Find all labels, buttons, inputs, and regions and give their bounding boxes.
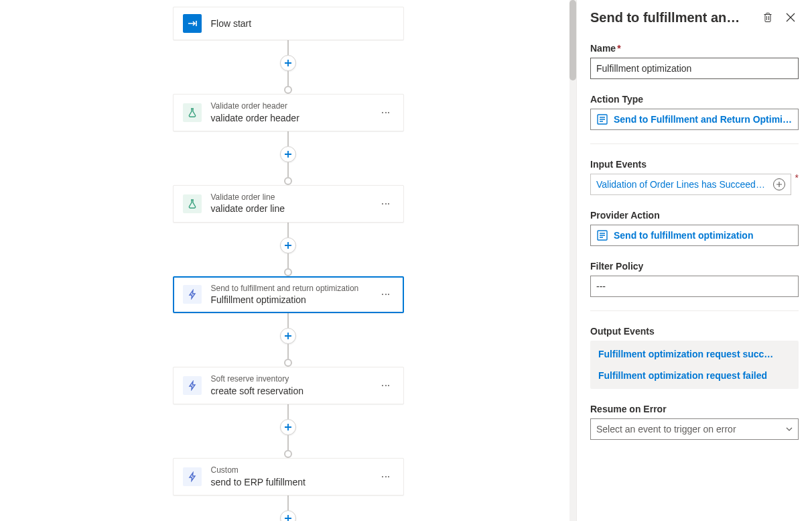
flow-node[interactable]: Customsend to ERP fulfillment⋮ (173, 458, 404, 496)
filter-policy-label: Filter Policy (590, 261, 799, 272)
plus-icon (284, 59, 292, 67)
node-labels: Send to fulfillment and return optimizat… (211, 284, 378, 306)
output-event-item[interactable]: Fulfillment optimization request succ… (590, 343, 799, 365)
close-button[interactable] (783, 9, 799, 25)
flow-canvas[interactable]: Flow startValidate order headervalidate … (0, 0, 576, 521)
plus-icon (284, 423, 292, 431)
add-step-button[interactable] (280, 419, 296, 435)
node-title: Flow start (211, 17, 394, 30)
connector-port (284, 450, 292, 458)
flow-node[interactable]: Soft reserve inventorycreate soft reserv… (173, 367, 404, 404)
node-category: Soft reserve inventory (211, 374, 378, 385)
add-step-button[interactable] (280, 237, 296, 253)
name-input[interactable] (590, 58, 799, 79)
add-step-button[interactable] (280, 55, 296, 71)
plus-icon (284, 241, 292, 249)
chevron-down-icon (786, 427, 793, 431)
connector-line (287, 223, 289, 237)
connector (280, 40, 296, 94)
node-menu-button[interactable]: ⋮ (378, 105, 394, 120)
divider (590, 310, 799, 311)
node-labels: Customsend to ERP fulfillment (211, 465, 378, 488)
connector-line (287, 496, 289, 510)
node-category: Custom (211, 465, 378, 476)
action-type-label: Action Type (590, 94, 799, 105)
connector-line (287, 71, 289, 86)
output-events-label: Output Events (590, 326, 799, 337)
panel-title: Send to fulfillment an… (590, 10, 753, 25)
add-step-button[interactable] (280, 328, 296, 344)
connector-line (287, 253, 289, 268)
node-icon (183, 285, 202, 304)
add-step-button[interactable] (280, 146, 296, 162)
required-marker: * (617, 43, 620, 54)
flow-node[interactable]: Validate order linevalidate order line⋮ (173, 185, 404, 223)
connector (280, 404, 296, 458)
action-type-value: Send to Fulfillment and Return Optimiza… (614, 114, 793, 125)
resume-placeholder: Select an event to trigger on error (596, 424, 736, 435)
input-events-value: Validation of Order Lines has Succeed… (596, 179, 768, 190)
node-icon (183, 194, 202, 213)
add-input-event-button[interactable] (773, 178, 785, 190)
node-labels: Validate order linevalidate order line (211, 192, 378, 215)
connector-line (287, 162, 289, 177)
output-event-item[interactable]: Fulfillment optimization request failed (590, 365, 799, 386)
connector-line (287, 131, 289, 146)
node-menu-button[interactable]: ⋮ (378, 469, 394, 484)
bolt-icon (187, 471, 198, 482)
delete-button[interactable] (760, 9, 776, 25)
filter-policy-value[interactable]: --- (590, 276, 799, 297)
panel-header: Send to fulfillment an… (577, 0, 812, 32)
connector-port (284, 86, 292, 94)
connector (280, 496, 296, 521)
properties-panel: Send to fulfillment an… Name* Action Typ… (576, 0, 812, 521)
connector-port (284, 268, 292, 276)
node-title: send to ERP fulfillment (211, 476, 378, 488)
node-title: validate order line (211, 202, 378, 215)
resume-on-error-select[interactable]: Select an event to trigger on error (590, 418, 799, 440)
flow-node[interactable]: Flow start (173, 7, 404, 40)
name-field: Name* (590, 43, 799, 79)
node-title: Fulfillment optimization (211, 294, 378, 306)
provider-action-value: Send to fulfillment optimization (614, 230, 793, 241)
resume-on-error-field: Resume on Error Select an event to trigg… (590, 404, 799, 440)
node-menu-button[interactable]: ⋮ (378, 378, 394, 393)
resume-on-error-label: Resume on Error (590, 404, 799, 414)
action-type-field: Action Type Send to Fulfillment and Retu… (590, 94, 799, 130)
flask-icon (187, 198, 198, 209)
connector-line (287, 435, 289, 450)
scrollbar-thumb[interactable] (569, 0, 576, 80)
node-menu-button[interactable]: ⋮ (378, 287, 394, 302)
node-icon (183, 467, 202, 486)
provider-action-selector[interactable]: Send to fulfillment optimization (590, 225, 799, 246)
input-events-label: Input Events (590, 159, 799, 170)
filter-policy-field: Filter Policy --- (590, 261, 799, 297)
flow-node[interactable]: Send to fulfillment and return optimizat… (173, 276, 404, 314)
node-labels: Validate order headervalidate order head… (211, 101, 378, 124)
bolt-icon (187, 289, 198, 300)
connector-port (284, 177, 292, 185)
close-icon (786, 13, 795, 22)
node-title: validate order header (211, 112, 378, 124)
connector-line (287, 404, 289, 419)
name-label-text: Name (590, 43, 616, 54)
output-events-list: Fulfillment optimization request succ…Fu… (590, 341, 799, 389)
input-events-selector[interactable]: Validation of Order Lines has Succeed… (590, 174, 791, 195)
add-step-button[interactable] (280, 510, 296, 521)
node-menu-button[interactable]: ⋮ (378, 196, 394, 211)
connector-port (284, 359, 292, 367)
flow-start-icon (187, 18, 198, 29)
plus-icon (284, 332, 292, 340)
provider-action-icon (596, 229, 608, 241)
bolt-icon (187, 380, 198, 391)
input-events-field: Input Events Validation of Order Lines h… (590, 159, 799, 195)
trash-icon (762, 12, 773, 23)
node-icon (183, 103, 202, 122)
node-icon (183, 14, 202, 33)
connector (280, 223, 296, 276)
action-type-selector[interactable]: Send to Fulfillment and Return Optimiza… (590, 109, 799, 130)
connector (280, 313, 296, 367)
flow-node[interactable]: Validate order headervalidate order head… (173, 94, 404, 131)
required-marker: * (795, 172, 799, 183)
node-icon (183, 376, 202, 395)
